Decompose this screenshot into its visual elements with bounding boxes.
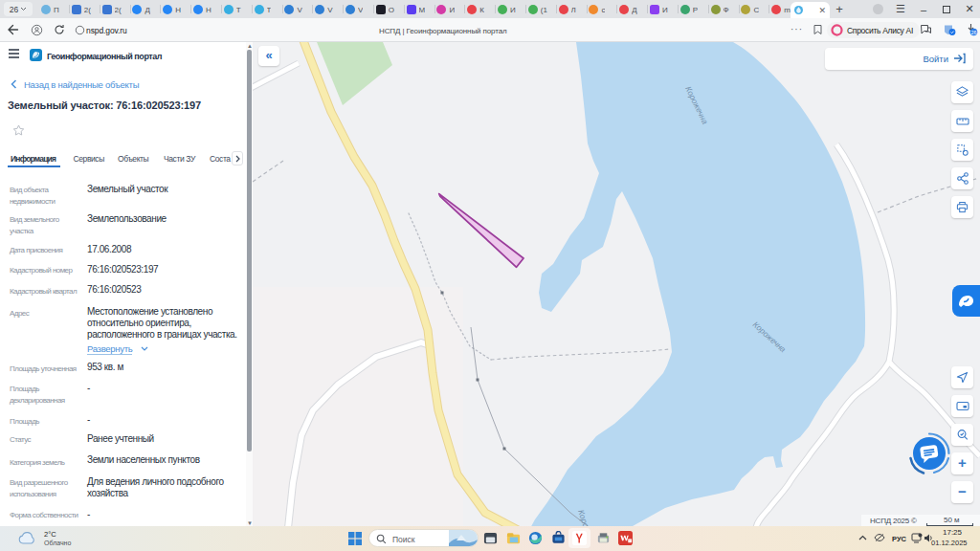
svg-text:26: 26 bbox=[970, 30, 976, 35]
